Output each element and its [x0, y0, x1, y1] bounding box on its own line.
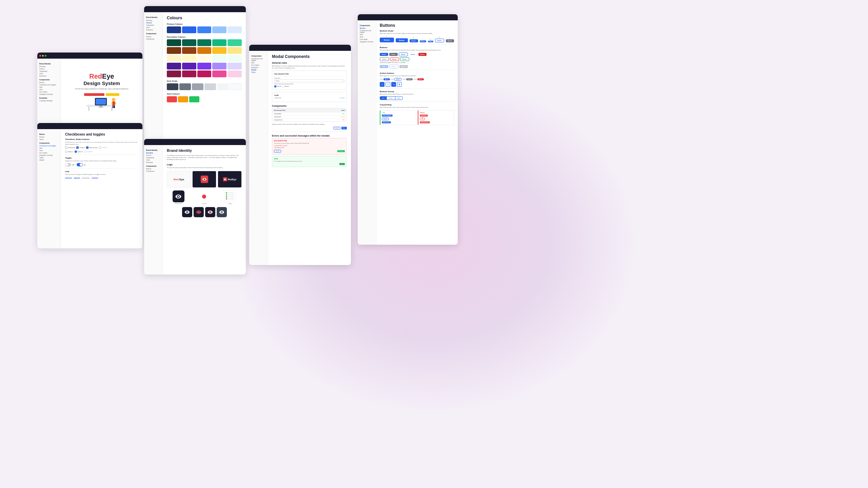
toggle-switch-on[interactable] [77, 163, 83, 166]
sidebar-illustration[interactable]: Illustration [146, 29, 160, 31]
sidebar-item-typography[interactable]: Typography [39, 70, 59, 73]
copy-good-btn-1[interactable]: Save Changes [382, 115, 393, 117]
modal-save-button[interactable]: Save [341, 127, 347, 129]
sidebar-item-buttons[interactable]: Buttons [39, 81, 59, 84]
sidebar-checkboxes[interactable]: Checkboxes and toggles [251, 58, 265, 62]
action-btn-1[interactable]: Action [383, 78, 390, 80]
btn-s-primary[interactable]: Button [420, 40, 426, 42]
action-btn-4[interactable]: Action [417, 78, 424, 80]
copy-bad-btn-3[interactable]: Submit Form [420, 121, 430, 123]
icon-btn-2[interactable]: ✓ [386, 82, 390, 87]
sidebar-branding-active[interactable]: Branding [146, 152, 160, 154]
cb-box-checked[interactable] [76, 146, 79, 149]
sidebar-nav[interactable]: Navigation [251, 66, 265, 69]
form-cb-unchecked[interactable] [282, 85, 284, 87]
success-ok-btn[interactable]: Done [339, 163, 345, 165]
sidebar-typography[interactable]: Typography [146, 24, 160, 26]
btn-secondary[interactable]: Button [389, 53, 398, 56]
sidebar-item-inputs[interactable]: Inputs [39, 138, 59, 141]
sidebar-item-modals[interactable]: Modals [39, 159, 59, 161]
link-visited[interactable]: Visited link [92, 177, 98, 178]
sidebar-buttons-active[interactable]: Buttons [360, 27, 374, 29]
btn-m-primary[interactable]: Button [410, 39, 418, 42]
form-cb-checked[interactable]: ✓ [274, 85, 276, 87]
sidebar-checkboxes[interactable]: Checkboxes and toggles [360, 29, 374, 34]
sidebar-item-buttons[interactable]: Buttons [39, 136, 59, 138]
group-btn-2[interactable]: Center [387, 97, 395, 100]
sidebar-form-labels[interactable]: Form labels [360, 38, 374, 41]
sidebar-item-formlabels[interactable]: Form labels [39, 91, 59, 93]
btn-danger[interactable]: Button [418, 53, 427, 56]
sidebar-item-hints[interactable]: Hints [39, 88, 59, 91]
sidebar-item-branding[interactable]: Branding [39, 65, 59, 68]
btn-l-secondary[interactable]: Button [446, 39, 454, 42]
sidebar-typography[interactable]: Typography [146, 157, 160, 159]
link-default[interactable]: Default link [65, 177, 72, 178]
sidebar-item-alert[interactable]: Alert [39, 147, 59, 149]
btn-xl-primary[interactable]: Button [380, 38, 394, 42]
sidebar-checkboxes[interactable]: Checkboxes [146, 170, 160, 172]
sidebar-alert[interactable]: Alert [251, 62, 265, 64]
sidebar-illustration[interactable]: Illustration [146, 161, 160, 164]
sidebar-tables[interactable]: Tables [251, 71, 265, 74]
icon-btn-3[interactable]: ✎ [391, 82, 396, 87]
sidebar-item-checkboxes[interactable]: Checkboxes and toggles [39, 84, 59, 86]
icon-btn-4[interactable]: 🗑 [397, 82, 402, 87]
cb-box-indeterminate[interactable]: - [86, 146, 88, 149]
btn-ghost[interactable]: Button [409, 53, 417, 56]
error-confirm-btn[interactable]: Continue [337, 150, 345, 152]
sidebar-branding[interactable]: Branding [146, 19, 160, 22]
sidebar-grids[interactable]: Grids [146, 26, 160, 29]
group-btn-1[interactable]: Left [380, 97, 387, 100]
sidebar-buttons[interactable]: Buttons [146, 168, 160, 170]
sidebar-item-navigation[interactable]: Navigation and tabs [39, 154, 59, 157]
sidebar-item-campaign[interactable]: Campaign Manager [39, 100, 59, 102]
sidebar-form[interactable]: Form labels [251, 64, 265, 66]
action-btn-3[interactable]: Action [406, 78, 413, 80]
sidebar-grids[interactable]: Grids [146, 159, 160, 161]
sidebar-colours[interactable]: Colours [146, 154, 160, 157]
audit-header: Audit [274, 94, 344, 96]
sidebar-colours[interactable]: Colours [146, 22, 160, 24]
sidebar-checkboxes[interactable]: Checkboxes [146, 38, 160, 40]
btn-outline[interactable]: Button [399, 53, 408, 56]
sidebar-item-nav[interactable]: Navigation and tabs [39, 93, 59, 96]
sidebar-item-alert[interactable]: Alert [39, 86, 59, 88]
sidebar-item-hints[interactable]: Hints [39, 149, 59, 152]
sidebar-item-tables[interactable]: Tables [39, 157, 59, 159]
sidebar-alert[interactable]: Alert [360, 34, 374, 36]
btn-outline-red[interactable]: Button [390, 57, 399, 61]
copy-bad-btn-1[interactable]: click here [420, 115, 428, 117]
radio-unchecked[interactable] [65, 150, 67, 153]
cb-box-unchecked[interactable] [65, 146, 67, 149]
sidebar-item-illustration[interactable]: Illustration [39, 75, 59, 77]
btn-l-primary[interactable]: Button [396, 38, 408, 42]
btn-xs-primary[interactable]: Button [428, 41, 433, 42]
copy-good-btn-2[interactable]: Cancel [382, 118, 389, 120]
icon-btn-1[interactable]: + [380, 82, 384, 87]
btn-primary[interactable]: Button [380, 53, 388, 56]
modal-cancel-button[interactable]: Cancel [333, 127, 340, 129]
sidebar-item-colours[interactable]: Colours [39, 68, 59, 70]
radio-checked[interactable] [75, 150, 77, 153]
sidebar-hints[interactable]: Hints [360, 36, 374, 38]
sidebar-item-grids[interactable]: Grids [39, 73, 59, 75]
sidebar-buttons[interactable]: Buttons [146, 36, 160, 38]
select-field[interactable]: Choose... ▾ [274, 79, 344, 82]
sidebar-item-labels[interactable]: Form labels [39, 152, 59, 154]
sidebar-item-checkboxes-active[interactable]: Checkboxes and toggles [39, 145, 59, 147]
link-hover[interactable]: Hover link [74, 177, 80, 178]
group-btn-3[interactable]: Right [395, 97, 402, 100]
btn-outline-green[interactable]: Button [400, 57, 409, 61]
error-cancel-btn[interactable]: Cancel [274, 150, 281, 152]
toggle-on: On [77, 163, 85, 166]
action-btn-2[interactable]: Action [394, 78, 401, 81]
btn-m-outline[interactable]: Button [435, 39, 444, 42]
sidebar-nav-tabs[interactable]: Navigation and tabs [360, 41, 374, 43]
toggle-switch-off[interactable] [65, 163, 71, 166]
secondary-purple-row [167, 63, 242, 69]
copy-good-btn-3[interactable]: Add to Cart [382, 121, 391, 123]
btn-outline-gray[interactable]: Button [380, 57, 389, 61]
copy-bad-btn-2[interactable]: OK [420, 118, 425, 120]
sidebar-modals-active[interactable]: Modals [251, 69, 265, 71]
